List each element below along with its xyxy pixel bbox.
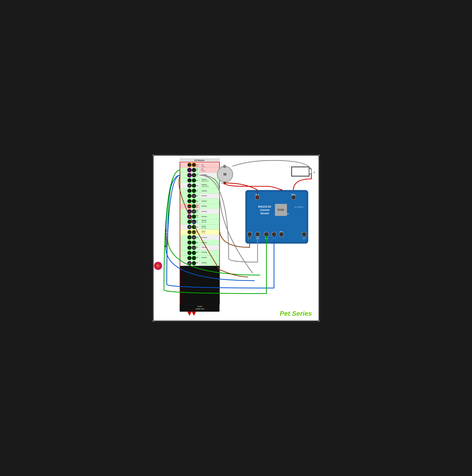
pin-32-num: 32	[193, 242, 195, 243]
pin-39-num: 39	[188, 262, 190, 264]
pin-22-num: 22	[193, 216, 195, 218]
pin-31-num: 31	[188, 242, 190, 243]
pin-right-5b: UART0 RXD	[201, 186, 209, 187]
pin-40-num: 40	[193, 262, 195, 264]
pin-3-num: 3	[189, 169, 190, 171]
sensor-vinplus2-hole	[279, 232, 284, 237]
conn-dot-vinplus-top	[280, 189, 282, 191]
pin-14-num: 14	[193, 195, 195, 197]
pin-right-13: GPIO7	[201, 225, 206, 227]
pin-12-num: 12	[193, 190, 195, 192]
pin-23-num: 23	[188, 221, 190, 223]
pin-4-num: 4	[193, 169, 194, 171]
board-header-text: All Models	[194, 159, 205, 161]
conn-dot-scl	[273, 236, 275, 238]
diagram-svg: All Models	[153, 155, 319, 321]
pin-right-4: GPIO14	[201, 179, 207, 180]
pin-right-8: GPIO23	[201, 200, 207, 202]
pin-16-num: 16	[193, 200, 195, 202]
pin-right-10: Ground	[201, 210, 207, 212]
sensor-title-1: INA219 DC	[258, 205, 271, 208]
pin-35-num: 35	[188, 252, 190, 254]
pin-20-num: 20	[193, 211, 195, 212]
pin-17-num: 17	[188, 205, 190, 207]
pin-right-13b: SPI CE1	[201, 227, 207, 229]
pin-right-20: GPIO21	[201, 262, 207, 264]
sensor-r5-label: R5	[287, 213, 289, 215]
pin-27-num: 27	[188, 231, 190, 233]
pin-13-num: 13	[188, 195, 190, 197]
pin-right-1: 5V	[201, 164, 203, 166]
pin-5-num: 5	[189, 174, 190, 176]
pin-7-num: 7	[189, 180, 190, 182]
pin-right-7: Ground	[201, 195, 207, 197]
conn-dot-gnd	[257, 236, 259, 238]
pin-right-14: ID SC	[201, 230, 205, 232]
sensor-vinminus2-label: Vin-	[303, 237, 306, 239]
conn-dot-sda	[265, 236, 267, 238]
sensor-vin-plus-hole	[291, 195, 296, 200]
sensor-i2c-label: I2C Address	[294, 206, 303, 208]
pin-24-num: 24	[193, 221, 195, 223]
pin-right-19: GPIO20	[201, 257, 207, 258]
pin-18-num: 18	[193, 205, 195, 207]
board-footer-line1: 40-pin	[197, 305, 202, 307]
pin-right-1b: Power	[201, 166, 205, 167]
pin-8-num: 8	[193, 180, 194, 182]
pin-19-num: 19	[188, 211, 190, 212]
pin-right-11: GPIO25	[201, 216, 207, 217]
pin-15-num: 15	[188, 200, 190, 202]
pin-right-9: GPIO24	[201, 205, 207, 207]
pin-right-2b: Power	[201, 170, 205, 171]
conn-dot-vinminus-top	[256, 196, 258, 198]
pin-36-num: 36	[193, 252, 195, 254]
pin-2-num: 2	[193, 164, 194, 166]
pin-10-num: 10	[193, 185, 195, 187]
sensor-title-3: Sensor	[260, 212, 269, 215]
pin-right-12: GPIO8	[201, 220, 206, 221]
pin-right-16: GPIO12	[201, 242, 207, 243]
sensor-title-2: Current	[260, 208, 269, 211]
sensor-chip-label: R100	[278, 208, 284, 211]
motor-minus-sign: -	[221, 165, 222, 168]
pin-37-num: 37	[188, 257, 190, 259]
pin-9-num: 9	[189, 185, 190, 187]
pin-6-num: 6	[193, 174, 194, 176]
pin-38-num: 38	[193, 257, 195, 259]
pin-right-14b: FC ID	[201, 232, 205, 234]
pin-right-2: 5V	[201, 168, 203, 170]
motor-plus-sign: +	[221, 182, 223, 185]
battery-plus-label: +	[313, 171, 315, 174]
sensor-vinminus2-hole	[302, 232, 306, 237]
pin-right-12b: SPI CE0	[201, 221, 207, 223]
pin-30-num: 30	[193, 237, 195, 238]
battery-body	[292, 167, 309, 176]
rpi-logo-symbol: 🍓	[156, 264, 160, 268]
pin-right-4b: UART0 TXD	[201, 181, 209, 182]
conn-dot-vcc	[248, 236, 250, 238]
pin-25-num: 25	[188, 226, 190, 228]
pin-11-num: 11	[188, 190, 190, 192]
pet-series-label: Pet Series	[280, 310, 312, 317]
motor-label: M	[224, 172, 227, 176]
pin-34-num: 34	[193, 247, 195, 249]
rpi-title-label: Raspberry Pi	[165, 229, 168, 247]
motor-minus-terminal	[223, 165, 226, 168]
pin-33-num: 33	[188, 247, 190, 249]
main-container: All Models	[152, 154, 320, 322]
pin-right-15: Ground	[201, 237, 207, 238]
pin-28-num: 28	[193, 231, 195, 233]
red-arrow-right: ▼	[190, 309, 197, 317]
pin-right-18: GPIO16	[201, 252, 207, 253]
pin-right-5: GPIO15	[201, 184, 207, 186]
pin-1-num: 1	[189, 164, 190, 166]
battery-minus-label: -	[289, 165, 290, 168]
pin-29-num: 29	[188, 237, 190, 238]
pin-right-6: GPIO18	[201, 190, 207, 191]
